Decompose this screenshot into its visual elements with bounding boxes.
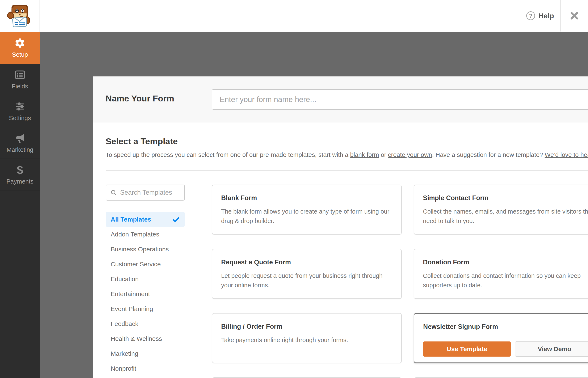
category-entertainment[interactable]: Entertainment <box>106 286 185 301</box>
sidebar-item-fields[interactable]: Fields <box>0 64 40 95</box>
intro-text: or <box>379 151 388 158</box>
category-health-wellness[interactable]: Health & Wellness <box>106 331 185 346</box>
help-label: Help <box>538 12 554 20</box>
help-button[interactable]: ? Help <box>526 0 554 31</box>
blank-form-link[interactable]: blank form <box>350 151 379 158</box>
template-card-request-a-quote-form[interactable]: Request a Quote Form Let people request … <box>212 249 402 299</box>
create-your-own-link[interactable]: create your own <box>388 151 432 158</box>
category-label: Health & Wellness <box>111 335 162 342</box>
intro-text: To speed up the process you can select f… <box>106 151 350 158</box>
sidebar-item-label: Settings <box>9 115 31 122</box>
sidebar-item-label: Fields <box>12 83 28 90</box>
suggest-template-link[interactable]: We’d love to hear it <box>545 151 588 158</box>
sidebar-item-label: Marketing <box>7 146 33 153</box>
category-business-operations[interactable]: Business Operations <box>106 242 185 256</box>
section-divider <box>106 170 588 171</box>
sidebar-item-label: Setup <box>12 51 28 58</box>
template-title: Blank Form <box>221 194 392 202</box>
template-title: Billing / Order Form <box>221 323 392 330</box>
setup-modal: Name Your Form Select a Template To spee… <box>93 76 588 378</box>
category-feedback[interactable]: Feedback <box>106 316 185 331</box>
category-label: Entertainment <box>111 290 150 297</box>
template-search <box>106 185 185 201</box>
megaphone-icon <box>14 133 26 144</box>
wpforms-logo <box>0 0 40 32</box>
template-description: Let people request a quote from your bus… <box>221 271 392 290</box>
template-card-billing-order-form[interactable]: Billing / Order Form Take payments onlin… <box>212 313 402 363</box>
dollar-icon: $ <box>17 164 23 176</box>
sidebar-item-payments[interactable]: $ Payments <box>0 159 40 190</box>
template-card-actions: Use Template View Demo <box>423 341 588 357</box>
category-addon-templates[interactable]: Addon Templates <box>106 227 185 242</box>
category-label: Event Planning <box>111 305 153 312</box>
close-icon <box>569 11 579 21</box>
close-builder-button[interactable] <box>561 0 588 31</box>
template-intro-text: To speed up the process you can select f… <box>106 151 588 158</box>
category-label: Feedback <box>111 320 138 327</box>
category-all-templates[interactable]: All Templates <box>106 212 185 227</box>
category-label: Addon Templates <box>111 231 159 238</box>
column-divider <box>198 171 198 378</box>
sidebar-item-setup[interactable]: Setup <box>0 32 40 64</box>
check-icon <box>172 216 180 223</box>
category-label: All Templates <box>111 216 151 223</box>
form-builder-page: ? Help Setup Fields Settings <box>0 0 588 378</box>
top-bar: ? Help <box>0 0 588 32</box>
template-title: Request a Quote Form <box>221 258 392 266</box>
category-marketing[interactable]: Marketing <box>106 346 185 361</box>
search-templates-input[interactable] <box>120 189 180 196</box>
sidebar-item-marketing[interactable]: Marketing <box>0 127 40 159</box>
search-icon <box>110 189 117 196</box>
template-title: Newsletter Signup Form <box>423 323 588 331</box>
select-template-heading: Select a Template <box>106 136 178 146</box>
name-your-form-label: Name Your Form <box>106 94 174 104</box>
sidebar-item-label: Payments <box>7 178 34 185</box>
template-description: Take payments online right through your … <box>221 335 392 345</box>
template-description: Collect the names, emails, and messages … <box>423 207 588 226</box>
wpforms-bear-icon <box>7 3 33 29</box>
category-label: Business Operations <box>111 246 169 253</box>
help-question-icon: ? <box>526 11 535 20</box>
category-customer-service[interactable]: Customer Service <box>106 256 185 271</box>
template-title: Donation Form <box>423 258 588 266</box>
template-card-blank-form[interactable]: Blank Form The blank form allows you to … <box>212 185 402 235</box>
template-title: Simple Contact Form <box>423 194 588 202</box>
intro-text: . Have a suggestion for a new template? <box>432 151 545 158</box>
fields-list-icon <box>14 69 26 81</box>
template-description: The blank form allows you to create any … <box>221 207 392 226</box>
template-card-simple-contact-form[interactable]: Simple Contact Form Collect the names, e… <box>414 185 588 235</box>
template-card-donation-form[interactable]: Donation Form Collect donations and cont… <box>414 249 588 299</box>
name-your-form-section: Name Your Form <box>93 76 588 122</box>
template-description: Collect donations and contact informatio… <box>423 271 588 290</box>
category-education[interactable]: Education <box>106 271 185 286</box>
category-registrations[interactable]: Registrations <box>106 376 185 378</box>
category-event-planning[interactable]: Event Planning <box>106 301 185 316</box>
sidebar-item-settings[interactable]: Settings <box>0 95 40 127</box>
sliders-icon <box>14 101 26 112</box>
modal-overlay: Name Your Form Select a Template To spee… <box>40 32 588 378</box>
category-nonprofit[interactable]: Nonprofit <box>106 361 185 376</box>
template-category-list: All Templates Addon Templates Business O… <box>106 212 185 378</box>
category-label: Customer Service <box>111 261 161 268</box>
gear-icon <box>14 37 26 49</box>
category-label: Education <box>111 275 139 283</box>
use-template-button[interactable]: Use Template <box>423 341 511 357</box>
category-label: Marketing <box>111 350 138 357</box>
view-demo-button[interactable]: View Demo <box>515 341 588 357</box>
form-name-input[interactable] <box>212 89 588 110</box>
category-label: Nonprofit <box>111 365 136 372</box>
builder-sidebar: Setup Fields Settings Marketing $ Paymen… <box>0 32 40 378</box>
template-card-newsletter-signup-form[interactable]: Newsletter Signup Form Use Template View… <box>414 313 588 363</box>
